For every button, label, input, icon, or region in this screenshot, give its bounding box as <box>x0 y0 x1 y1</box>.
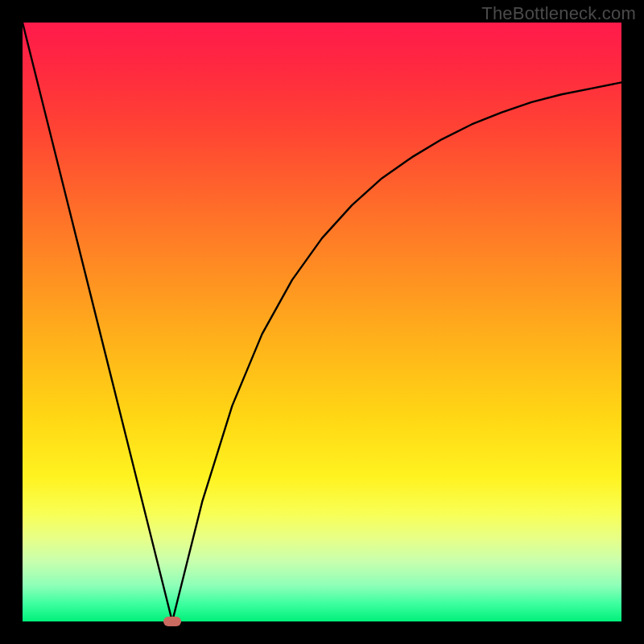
plot-area <box>23 23 621 621</box>
curve-svg <box>23 23 621 621</box>
bottleneck-curve <box>23 23 621 621</box>
watermark-text: TheBottleneck.com <box>481 3 636 24</box>
chart-frame: TheBottleneck.com <box>0 0 644 644</box>
minimum-marker <box>163 617 181 626</box>
